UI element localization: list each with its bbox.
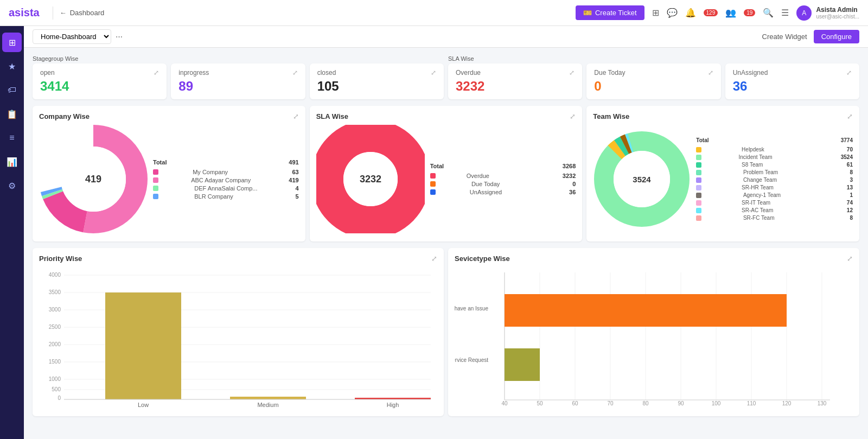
sla-wise-expand[interactable]: ⤢: [570, 112, 576, 120]
stat-card-inprogress: inprogress ⤢ 89: [171, 63, 305, 99]
svg-text:40: 40: [501, 400, 508, 406]
stat-closed-title: closed: [317, 69, 336, 77]
company-wise-chart-area: 419 Total491 My Company 63 ABC Adayar Co…: [39, 125, 299, 235]
team-wise-chart-area: 3524 Total3774 Helpdesk 70 Incident Team: [593, 125, 853, 235]
stat-cards-row: open ⤢ 3414 inprogress ⤢ 89 closed ⤢ 105…: [33, 63, 859, 99]
svg-text:3500: 3500: [49, 289, 61, 295]
stat-closed-value: 105: [317, 79, 436, 94]
search-icon[interactable]: 🔍: [763, 8, 774, 18]
ticket-icon: 🎫: [583, 9, 592, 17]
user-details: Asista Admin user@asic-chist...: [816, 6, 859, 20]
stat-open-expand[interactable]: ⤢: [154, 69, 159, 77]
svg-text:500: 500: [52, 386, 61, 392]
configure-button[interactable]: Configure: [814, 30, 859, 43]
legend-item-srfc: SR-FC Team 8: [696, 215, 853, 221]
create-ticket-button[interactable]: 🎫 Create Ticket: [576, 5, 644, 20]
user-info[interactable]: A Asista Admin user@asic-chist...: [796, 5, 859, 21]
sidebar-item-report[interactable]: 📊: [2, 152, 22, 171]
stat-unassigned-expand[interactable]: ⤢: [846, 69, 852, 77]
legend-item-helpdesk: Helpdesk 70: [696, 147, 853, 152]
agents-badge: 19: [744, 9, 755, 16]
company-wise-title: Company Wise: [39, 112, 90, 120]
svg-text:Medium: Medium: [257, 402, 278, 408]
bell-icon[interactable]: 🔔: [685, 8, 696, 18]
servicetype-bar-issue: [505, 294, 787, 327]
stat-overdue-expand[interactable]: ⤢: [569, 69, 575, 77]
main-content: Stagegroup Wise SLA Wise open ⤢ 3414 inp…: [24, 48, 868, 439]
stat-closed-expand[interactable]: ⤢: [431, 69, 436, 77]
chat-icon[interactable]: 💬: [667, 8, 678, 18]
company-wise-legend: Total491 My Company 63 ABC Adayar Compan…: [153, 159, 299, 201]
stat-open-value: 3414: [40, 79, 159, 94]
svg-text:I have an Service Request: I have an Service Request: [455, 357, 488, 363]
sla-donut-svg: 3232: [316, 125, 425, 233]
servicetype-bar-chart: 40 50 60 70 80 90 100 110 120 130: [455, 267, 853, 408]
priority-bar-medium: [230, 397, 306, 399]
top-nav: asista ← Dashboard 🎫 Create Ticket ⊞ 💬 🔔…: [0, 0, 868, 26]
svg-text:50: 50: [537, 400, 543, 406]
sidebar: ⊞ ★ 🏷 📋 ≡ 📊 ⚙: [0, 26, 24, 439]
legend-item-srit: SR-IT Team 74: [696, 200, 853, 206]
servicetype-wise-title: Sevicetype Wise: [455, 255, 510, 263]
stat-duetoday-title: Due Today: [594, 69, 625, 77]
breadcrumb: ← Dashboard: [60, 9, 105, 17]
svg-text:2500: 2500: [49, 324, 61, 330]
stat-inprogress-title: inprogress: [178, 69, 209, 77]
legend-item-s8: S8 Team 61: [696, 162, 853, 168]
grid-icon[interactable]: ⊞: [652, 8, 659, 18]
stat-duetoday-expand[interactable]: ⤢: [708, 69, 713, 77]
priority-wise-card: Priority Wise ⤢ 4000 3500 3000 2500 2000…: [33, 248, 444, 416]
priority-bar-low: [105, 292, 181, 399]
stat-overdue-title: Overdue: [456, 69, 481, 77]
sidebar-item-list[interactable]: ≡: [2, 128, 22, 148]
sidebar-item-settings[interactable]: ⚙: [2, 176, 22, 195]
more-options-icon[interactable]: ⋯: [116, 33, 123, 41]
sidebar-item-book[interactable]: 📋: [2, 104, 22, 124]
priority-wise-expand[interactable]: ⤢: [431, 255, 437, 263]
sidebar-item-star[interactable]: ★: [2, 56, 22, 76]
servicetype-wise-expand[interactable]: ⤢: [847, 255, 853, 263]
agents-icon[interactable]: 👥: [725, 8, 736, 18]
legend-item-srhr: SR-HR Team 13: [696, 184, 853, 190]
sub-nav-right: Create Widget Configure: [762, 30, 859, 43]
menu-icon[interactable]: ☰: [781, 8, 789, 18]
sla-wise-legend: Total3268 Overdue 3232 Due Today 0: [430, 163, 576, 197]
team-wise-expand[interactable]: ⤢: [847, 112, 853, 120]
team-total: Total3774: [696, 137, 853, 143]
company-wise-expand[interactable]: ⤢: [293, 112, 299, 120]
svg-text:80: 80: [642, 400, 649, 406]
stat-duetoday-value: 0: [594, 79, 713, 94]
stat-card-overdue: Overdue ⤢ 3232: [448, 63, 582, 99]
sidebar-item-dashboard[interactable]: ⊞: [2, 33, 22, 52]
chart-row: Company Wise ⤢ 4: [33, 106, 859, 241]
sla-wise-card: SLA Wise ⤢ 3232: [310, 106, 583, 241]
stat-overdue-value: 3232: [456, 79, 575, 94]
stat-card-open: open ⤢ 3414: [33, 63, 167, 99]
svg-text:130: 130: [818, 400, 827, 406]
avatar: A: [796, 5, 812, 21]
sidebar-item-tag[interactable]: 🏷: [2, 80, 22, 100]
svg-text:1500: 1500: [49, 359, 61, 365]
breadcrumb-back[interactable]: ←: [60, 9, 67, 17]
sla-wise-chart-area: 3232 Total3268 Overdue 3232 Due Today: [316, 125, 576, 235]
create-widget-link[interactable]: Create Widget: [762, 33, 807, 41]
svg-text:Low: Low: [138, 402, 149, 408]
notification-badge: 129: [704, 9, 718, 16]
stat-inprogress-expand[interactable]: ⤢: [292, 69, 298, 77]
stat-card-duetoday: Due Today ⤢ 0: [586, 63, 720, 99]
svg-text:70: 70: [607, 400, 614, 406]
servicetype-bar-sr: [505, 348, 540, 381]
stat-card-unassigned: UnAssigned ⤢ 36: [725, 63, 859, 99]
svg-text:3000: 3000: [49, 307, 61, 313]
company-wise-card: Company Wise ⤢ 4: [33, 106, 305, 241]
legend-item-problem: Problem Team 8: [696, 169, 853, 175]
legend-item-mycompany: My Company 63: [153, 169, 299, 175]
svg-text:0: 0: [58, 395, 61, 401]
team-donut-svg: 3524: [593, 125, 691, 233]
svg-text:3524: 3524: [633, 175, 652, 184]
svg-text:4000: 4000: [49, 272, 61, 278]
stagegroup-label: Stagegroup Wise: [33, 55, 78, 62]
sla-donut-container: 3232: [316, 125, 425, 235]
svg-text:120: 120: [782, 400, 792, 406]
dashboard-select[interactable]: Home-Dashboard: [33, 29, 111, 44]
